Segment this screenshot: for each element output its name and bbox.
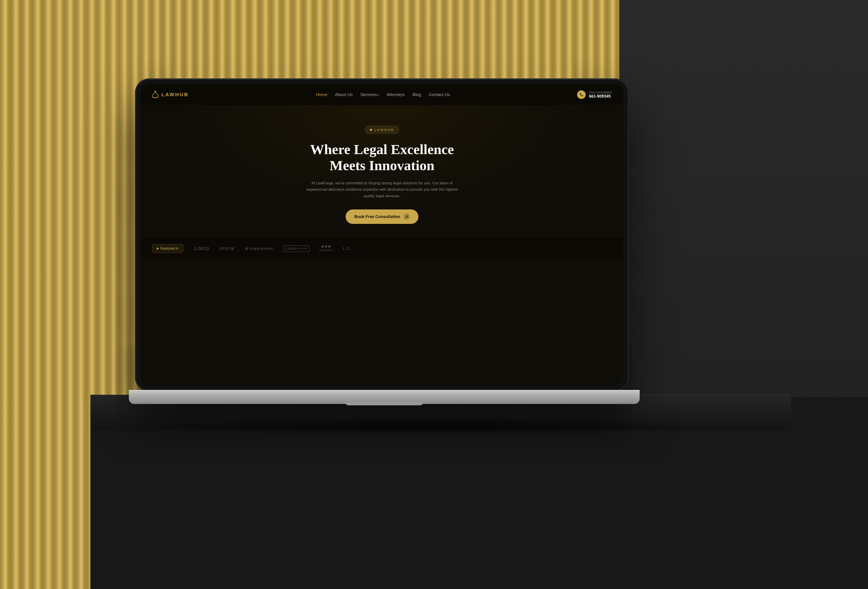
logo-lo: LO... — [342, 246, 354, 251]
nav-cta: Free Consultation 661-909345 — [577, 90, 612, 99]
logo-dot-2 — [325, 245, 327, 247]
svg-rect-6 — [152, 97, 154, 97]
nav-item-home[interactable]: Home — [316, 92, 327, 97]
logo-dots — [322, 245, 331, 247]
featured-dot — [156, 247, 158, 249]
laptop-base — [129, 390, 640, 404]
logo-logoipsum3: logoipsum — [319, 245, 333, 252]
nav-link-services[interactable]: Services — [360, 92, 379, 97]
website: LAWHUB Home About Us Services — [140, 84, 623, 386]
shelf-shadow — [136, 417, 723, 435]
nav-link-contact[interactable]: Contact Us — [429, 92, 450, 97]
logo-logoipsum1: logoipsum — [245, 246, 273, 251]
svg-rect-1 — [155, 92, 156, 92]
book-consultation-button[interactable]: Book Free Consultation ↗ — [345, 209, 418, 224]
laptop: LAWHUB Home About Us Services — [136, 79, 633, 391]
phone-info: Free Consultation 661-909345 — [589, 91, 612, 99]
featured-logos: LOCO IPSUM logoipsu — [195, 245, 354, 252]
laptop-screen-bezel: LAWHUB Home About Us Services — [136, 79, 628, 391]
laptop-screen: LAWHUB Home About Us Services — [140, 84, 623, 386]
featured-label: Featured in — [152, 244, 183, 253]
hero-section: LAWHUB Where Legal Excellence Meets Inno… — [140, 106, 623, 237]
logo-ipsum: IPSUM — [220, 246, 235, 251]
phone-icon — [577, 90, 586, 99]
logo-text: LAWHUB — [161, 92, 189, 97]
background-dark-right — [619, 0, 868, 429]
hero-title-line1: Where Legal Excellence — [310, 142, 454, 157]
hero-subtitle: At LawForge, we're committed to forging … — [305, 180, 459, 200]
cta-label: Book Free Consultation — [354, 214, 400, 219]
free-consult-label: Free Consultation — [589, 91, 612, 94]
logo-logoipsum2: LOGO IPSUM — [283, 245, 310, 252]
cta-arrow-icon: ↗ — [403, 214, 410, 220]
nav-link-home[interactable]: Home — [316, 92, 327, 97]
nav-link-about[interactable]: About Us — [335, 92, 353, 97]
logo-icon — [152, 91, 159, 99]
nav-item-services[interactable]: Services — [360, 92, 379, 97]
hero-title: Where Legal Excellence Meets Innovation — [310, 141, 454, 174]
nav-link-blog[interactable]: Blog — [413, 92, 421, 97]
logo-loco: LOCO — [195, 246, 210, 251]
badge-text: LAWHUB — [374, 128, 394, 132]
hero-badge: LAWHUB — [365, 126, 399, 134]
logo-dot-1 — [322, 245, 324, 247]
badge-dot — [370, 129, 372, 131]
svg-rect-7 — [156, 97, 159, 97]
svg-rect-8 — [154, 97, 157, 98]
logo: LAWHUB — [152, 91, 189, 99]
phone-number: 661-909345 — [589, 94, 612, 99]
nav-link-attorneys[interactable]: Attorneys — [387, 92, 404, 97]
logo-dot-3 — [328, 245, 331, 247]
nav-item-about[interactable]: About Us — [335, 92, 353, 97]
nav-item-contact[interactable]: Contact Us — [429, 92, 450, 97]
featured-bar: Featured in LOCO IPSUM — [140, 237, 623, 259]
featured-text: Featured in — [160, 246, 179, 250]
navbar: LAWHUB Home About Us Services — [140, 84, 623, 106]
nav-item-blog[interactable]: Blog — [413, 92, 421, 97]
scene: LAWHUB Home About Us Services — [0, 0, 868, 589]
nav-item-attorneys[interactable]: Attorneys — [387, 92, 404, 97]
svg-line-2 — [152, 92, 155, 95]
nav-links: Home About Us Services Attorneys — [316, 92, 450, 97]
svg-line-3 — [155, 92, 158, 95]
hero-title-line2: Meets Innovation — [329, 158, 434, 173]
